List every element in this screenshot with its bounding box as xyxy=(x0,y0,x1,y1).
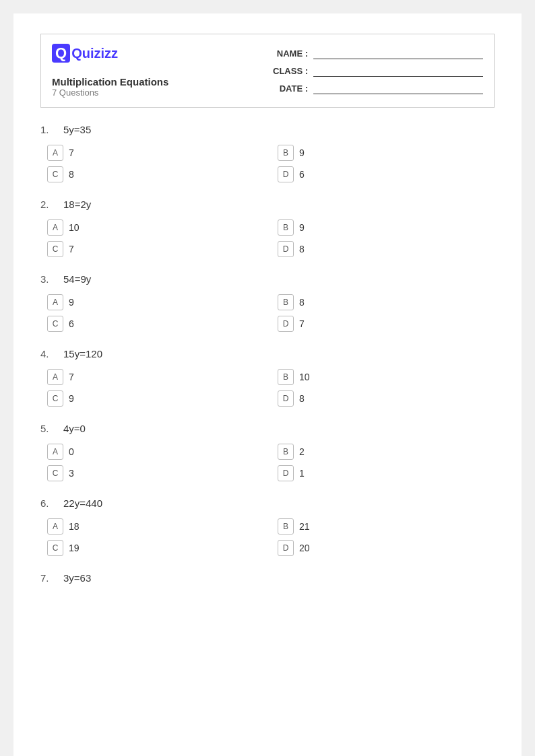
option-badge-d-6: D xyxy=(278,540,294,556)
option-badge-a-2: A xyxy=(47,219,63,236)
option-c-5: C3 xyxy=(47,465,264,481)
option-d-2: D8 xyxy=(278,241,495,257)
option-a-6: A18 xyxy=(47,518,264,535)
options-grid-3: A9B8C6D7 xyxy=(40,294,495,332)
option-badge-b-5: B xyxy=(278,444,294,460)
option-value-a-4: 7 xyxy=(69,372,74,382)
option-value-c-6: 19 xyxy=(69,543,80,553)
question-3: 3.54=9yA9B8C6D7 xyxy=(40,273,495,332)
question-text-6: 22y=440 xyxy=(63,497,102,509)
option-b-2: B9 xyxy=(278,219,495,236)
option-value-d-4: 8 xyxy=(299,393,305,404)
option-value-a-3: 9 xyxy=(69,297,74,308)
option-d-1: D6 xyxy=(278,166,495,182)
header-box: Q Quizizz Multiplication Equations 7 Que… xyxy=(40,34,495,108)
question-title-4: 4.15y=120 xyxy=(40,348,495,359)
option-a-2: A10 xyxy=(47,219,264,236)
page: Q Quizizz Multiplication Equations 7 Que… xyxy=(13,13,522,756)
option-c-1: C8 xyxy=(47,166,264,182)
question-text-2: 18=2y xyxy=(63,199,91,210)
option-value-a-5: 0 xyxy=(69,446,74,457)
option-badge-c-2: C xyxy=(47,241,63,257)
question-num-3: 3. xyxy=(40,273,57,285)
question-text-5: 4y=0 xyxy=(63,423,86,434)
option-value-a-1: 7 xyxy=(69,147,74,158)
option-badge-b-2: B xyxy=(278,219,294,236)
option-badge-c-4: C xyxy=(47,390,63,407)
option-badge-a-3: A xyxy=(47,294,63,310)
option-badge-d-2: D xyxy=(278,241,294,257)
class-line xyxy=(313,65,483,77)
option-badge-b-6: B xyxy=(278,518,294,535)
logo-text: Quizizz xyxy=(71,46,118,61)
question-num-4: 4. xyxy=(40,348,57,359)
quiz-subtitle: 7 Questions xyxy=(52,88,268,98)
option-value-b-5: 2 xyxy=(299,446,305,457)
options-grid-4: A7B10C9D8 xyxy=(40,369,495,407)
option-value-a-6: 18 xyxy=(69,521,80,532)
question-num-6: 6. xyxy=(40,497,57,509)
question-4: 4.15y=120A7B10C9D8 xyxy=(40,348,495,407)
option-badge-d-1: D xyxy=(278,166,294,182)
question-text-7: 3y=63 xyxy=(63,572,91,584)
question-title-3: 3.54=9y xyxy=(40,273,495,285)
option-b-1: B9 xyxy=(278,145,495,161)
option-b-6: B21 xyxy=(278,518,495,535)
option-value-b-6: 21 xyxy=(299,521,310,532)
date-label: DATE : xyxy=(268,83,308,94)
question-text-3: 54=9y xyxy=(63,273,91,285)
logo: Q Quizizz xyxy=(52,44,268,63)
class-label: CLASS : xyxy=(268,66,308,76)
option-value-c-4: 9 xyxy=(69,393,74,404)
option-c-6: C19 xyxy=(47,540,264,556)
option-badge-a-4: A xyxy=(47,369,63,385)
options-grid-6: A18B21C19D20 xyxy=(40,518,495,556)
option-d-4: D8 xyxy=(278,390,495,407)
question-text-4: 15y=120 xyxy=(63,348,102,359)
logo-icon: Q xyxy=(52,44,70,63)
option-d-3: D7 xyxy=(278,316,495,332)
option-value-b-2: 9 xyxy=(299,222,305,233)
option-value-d-1: 6 xyxy=(299,169,305,180)
question-title-2: 2.18=2y xyxy=(40,199,495,210)
option-value-d-6: 20 xyxy=(299,543,310,553)
option-value-b-4: 10 xyxy=(299,372,310,382)
option-value-d-2: 8 xyxy=(299,244,305,254)
option-b-3: B8 xyxy=(278,294,495,310)
option-a-1: A7 xyxy=(47,145,264,161)
option-badge-b-3: B xyxy=(278,294,294,310)
date-line xyxy=(313,82,483,94)
option-badge-d-4: D xyxy=(278,390,294,407)
option-badge-a-1: A xyxy=(47,145,63,161)
options-grid-5: A0B2C3D1 xyxy=(40,444,495,481)
options-grid-2: A10B9C7D8 xyxy=(40,219,495,257)
class-field-row: CLASS : xyxy=(268,65,483,77)
option-badge-a-5: A xyxy=(47,444,63,460)
option-a-4: A7 xyxy=(47,369,264,385)
option-value-a-2: 10 xyxy=(69,222,80,233)
option-badge-b-4: B xyxy=(278,369,294,385)
option-badge-a-6: A xyxy=(47,518,63,535)
option-badge-c-6: C xyxy=(47,540,63,556)
question-title-1: 1.5y=35 xyxy=(40,124,495,135)
option-value-b-3: 8 xyxy=(299,297,305,308)
option-c-4: C9 xyxy=(47,390,264,407)
option-d-6: D20 xyxy=(278,540,495,556)
name-line xyxy=(313,47,483,59)
question-num-1: 1. xyxy=(40,124,57,135)
option-b-4: B10 xyxy=(278,369,495,385)
quiz-title: Multiplication Equations xyxy=(52,76,268,88)
question-title-6: 6.22y=440 xyxy=(40,497,495,509)
option-value-c-3: 6 xyxy=(69,318,74,329)
option-b-5: B2 xyxy=(278,444,495,460)
option-value-c-1: 8 xyxy=(69,169,74,180)
option-c-3: C6 xyxy=(47,316,264,332)
option-value-d-3: 7 xyxy=(299,318,305,329)
option-badge-d-5: D xyxy=(278,465,294,481)
question-title-7: 7.3y=63 xyxy=(40,572,495,584)
option-a-5: A0 xyxy=(47,444,264,460)
option-badge-c-1: C xyxy=(47,166,63,182)
question-2: 2.18=2yA10B9C7D8 xyxy=(40,199,495,257)
option-c-2: C7 xyxy=(47,241,264,257)
options-grid-1: A7B9C8D6 xyxy=(40,145,495,182)
